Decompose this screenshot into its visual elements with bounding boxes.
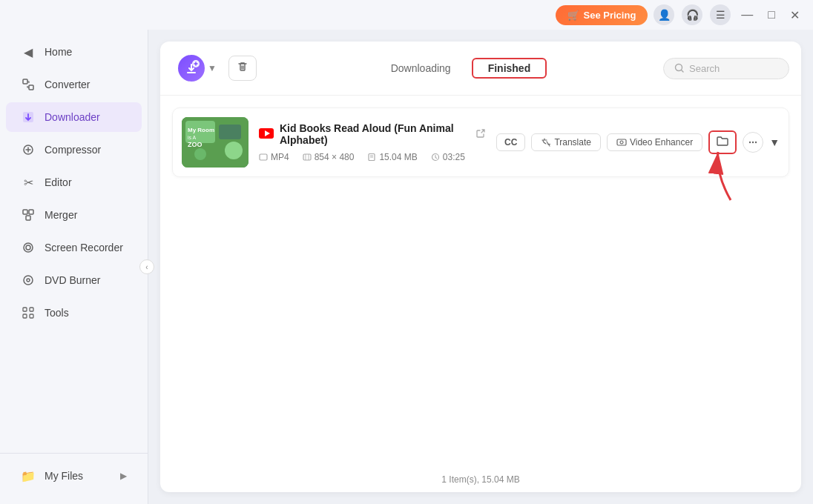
- format-meta: MP4: [259, 152, 289, 162]
- see-pricing-label: See Pricing: [584, 10, 636, 21]
- svg-point-37: [749, 142, 751, 143]
- cc-button[interactable]: CC: [496, 133, 525, 151]
- video-resolution: 854 × 480: [315, 152, 355, 162]
- maximize-button[interactable]: □: [763, 5, 780, 24]
- sidebar-item-merger-label: Merger: [45, 209, 77, 221]
- duration-icon: [431, 153, 440, 162]
- video-title-row: Kid Books Read Aloud (Fun Animal Alphabe…: [259, 122, 486, 146]
- user-icon[interactable]: 👤: [654, 4, 674, 25]
- add-download-button[interactable]: ▼: [172, 50, 223, 86]
- sidebar-collapse-button[interactable]: ‹: [139, 259, 154, 274]
- video-duration: 03:25: [443, 152, 465, 162]
- sidebar-item-my-files-label: My Files: [45, 470, 83, 482]
- screen-recorder-icon: [21, 240, 36, 255]
- minimize-button[interactable]: —: [737, 5, 757, 24]
- svg-point-38: [752, 142, 754, 143]
- content-panel: ▼ Downloading Finished: [160, 42, 801, 492]
- thumbnail-image: My Room is A ZOO: [182, 117, 248, 168]
- svg-rect-28: [303, 154, 311, 160]
- search-box[interactable]: [663, 58, 789, 79]
- tab-finished[interactable]: Finished: [472, 58, 547, 79]
- expand-button[interactable]: ▼: [769, 136, 780, 148]
- svg-point-39: [755, 142, 757, 143]
- svg-rect-5: [29, 210, 33, 214]
- translate-button[interactable]: Translate: [531, 133, 601, 151]
- svg-point-20: [225, 142, 243, 159]
- see-pricing-button[interactable]: 🛒 See Pricing: [556, 5, 648, 25]
- sidebar-item-home-label: Home: [45, 46, 72, 58]
- video-thumbnail: My Room is A ZOO: [182, 117, 248, 168]
- svg-point-9: [24, 276, 33, 285]
- editor-icon: ✂: [21, 175, 36, 190]
- merger-icon: [21, 208, 36, 222]
- video-format: MP4: [271, 152, 289, 162]
- sidebar-item-converter[interactable]: Converter: [6, 70, 142, 99]
- toolbar: ▼ Downloading Finished: [160, 42, 801, 96]
- open-folder-button[interactable]: [708, 130, 737, 154]
- sidebar-item-screen-recorder-label: Screen Recorder: [45, 242, 123, 253]
- search-input[interactable]: [689, 63, 778, 74]
- svg-text:My Room: My Room: [188, 127, 214, 133]
- svg-point-10: [27, 279, 30, 282]
- resolution-icon: [303, 153, 312, 162]
- toolbar-center: Downloading Finished: [266, 58, 654, 79]
- tab-downloading[interactable]: Downloading: [373, 58, 469, 79]
- svg-rect-11: [23, 308, 27, 311]
- dvd-burner-icon: [21, 273, 36, 288]
- trash-button[interactable]: [228, 56, 257, 81]
- video-title: Kid Books Read Aloud (Fun Animal Alphabe…: [280, 122, 470, 146]
- sidebar-item-merger[interactable]: Merger: [6, 200, 142, 230]
- headphone-icon[interactable]: 🎧: [682, 4, 702, 25]
- svg-point-21: [194, 148, 206, 160]
- my-files-icon: 📁: [21, 468, 36, 483]
- svg-rect-12: [30, 308, 33, 311]
- toolbar-left: ▼: [172, 50, 257, 86]
- sidebar-item-downloader[interactable]: Downloader: [6, 102, 142, 132]
- video-list: My Room is A ZOO: [160, 96, 801, 467]
- svg-point-8: [26, 245, 30, 250]
- menu-icon[interactable]: ☰: [710, 4, 731, 25]
- more-options-button[interactable]: [743, 132, 763, 153]
- svg-text:ZOO: ZOO: [188, 141, 203, 148]
- svg-point-36: [620, 141, 623, 144]
- duration-meta: 03:25: [431, 152, 465, 162]
- svg-rect-4: [23, 210, 27, 214]
- video-info: Kid Books Read Aloud (Fun Animal Alphabe…: [259, 122, 486, 162]
- enhance-label: Video Enhancer: [630, 137, 693, 147]
- sidebar-item-editor-label: Editor: [45, 176, 72, 188]
- sidebar-item-tools[interactable]: Tools: [6, 298, 142, 328]
- toolbar-right: [663, 58, 789, 79]
- converter-icon: [21, 77, 36, 92]
- sidebar-item-dvd-burner-label: DVD Burner: [45, 274, 100, 286]
- video-enhancer-button[interactable]: Video Enhancer: [607, 133, 702, 151]
- enhance-icon: [616, 137, 627, 147]
- main-content: ▼ Downloading Finished: [148, 30, 813, 504]
- external-link-icon[interactable]: [475, 128, 486, 141]
- video-actions: CC Translate Video Enhancer: [496, 130, 780, 154]
- downloader-icon: [21, 110, 36, 125]
- my-files-expand-icon: ▶: [120, 471, 127, 481]
- add-download-icon: [178, 55, 205, 82]
- sidebar-item-editor[interactable]: ✂ Editor: [6, 168, 142, 197]
- sidebar-item-home[interactable]: ◀ Home: [6, 37, 142, 67]
- sidebar-item-compressor[interactable]: Compressor: [6, 135, 142, 165]
- svg-point-7: [24, 243, 33, 252]
- close-button[interactable]: ✕: [786, 5, 804, 25]
- size-meta: 15.04 MB: [367, 152, 417, 162]
- svg-rect-0: [23, 79, 27, 84]
- svg-rect-6: [26, 216, 30, 220]
- svg-rect-1: [29, 85, 33, 90]
- svg-rect-14: [30, 314, 33, 318]
- sidebar-item-dvd-burner[interactable]: DVD Burner: [6, 265, 142, 295]
- video-size: 15.04 MB: [379, 152, 417, 162]
- sidebar-item-screen-recorder[interactable]: Screen Recorder: [6, 233, 142, 262]
- footer-item-count: 1 Item(s), 15.04 MB: [441, 474, 519, 485]
- app-body: ◀ Home Converter Downloader Compressor: [0, 30, 813, 504]
- sidebar-item-tools-label: Tools: [45, 307, 69, 319]
- sidebar-item-my-files[interactable]: 📁 My Files ▶: [6, 461, 142, 491]
- format-icon: [259, 153, 268, 162]
- size-icon: [367, 153, 376, 162]
- svg-text:is A: is A: [188, 135, 197, 140]
- cart-icon: 🛒: [567, 10, 579, 21]
- sidebar-item-compressor-label: Compressor: [45, 144, 101, 156]
